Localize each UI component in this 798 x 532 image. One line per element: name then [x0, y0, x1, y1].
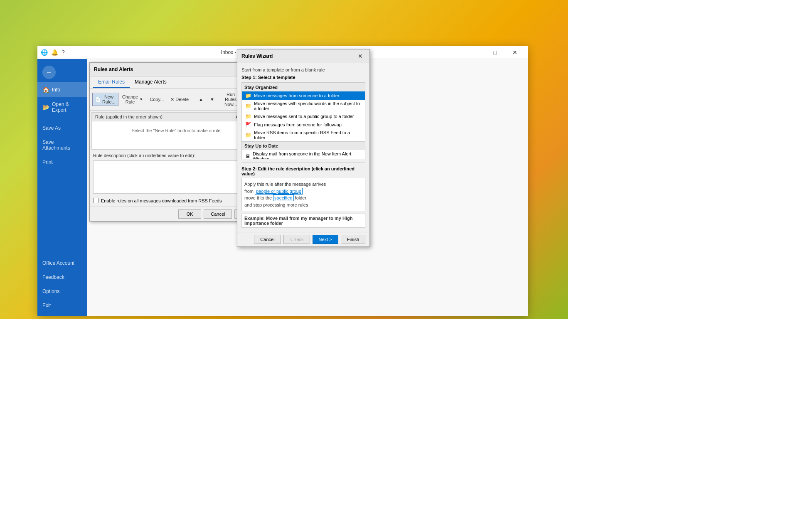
copy-label: Copy... [150, 97, 164, 102]
delete-button[interactable]: ✕ Delete [167, 95, 192, 104]
move-sent-public-label: Move messages sent to a public group to … [254, 114, 354, 119]
wizard-item-move-rss[interactable]: 📁 Move RSS items from a specific RSS Fee… [242, 129, 365, 141]
wizard-step2-title: Step 2: Edit the rule description (click… [241, 166, 365, 176]
nav-label-exit: Exit [42, 303, 51, 308]
section-stay-organized: Stay Organized [242, 83, 365, 91]
rss-label[interactable]: Enable rules on all messages downloaded … [101, 198, 222, 203]
section-stay-up-to-date: Stay Up to Date [242, 141, 365, 150]
tab-manage-alerts[interactable]: Manage Alerts [130, 76, 172, 88]
close-button[interactable]: ✕ [505, 46, 525, 59]
back-button[interactable]: ← [42, 66, 56, 79]
rules-dialog-title: Rules and Alerts [94, 66, 133, 72]
wizard-from-prefix: from [244, 189, 255, 194]
wizard-item-move-sent-public[interactable]: 📁 Move messages sent to a public group t… [242, 112, 365, 121]
cancel-button[interactable]: Cancel [204, 209, 232, 219]
title-bar-controls: — □ ✕ [466, 46, 525, 59]
wizard-finish-button[interactable]: Finish [341, 235, 365, 244]
rss-checkbox[interactable] [93, 198, 99, 203]
wizard-specified-link[interactable]: specified [273, 195, 293, 201]
wizard-item-flag-follow-up[interactable]: 🚩 Flag messages from someone for follow-… [242, 121, 365, 129]
flag-follow-up-icon: 🚩 [245, 122, 251, 128]
nav-label-office-account: Office Account [42, 260, 74, 266]
sidebar-item-save-as[interactable]: Save As [37, 121, 87, 135]
wizard-footer: Cancel < Back Next > Finish [237, 232, 369, 246]
move-rss-label: Move RSS items from a specific RSS Feed … [254, 130, 362, 140]
rules-table-header: Rule (applied in the order shown) Action… [92, 113, 261, 121]
wizard-back-button[interactable]: < Back [283, 235, 310, 244]
help-icon[interactable]: ? [62, 49, 65, 56]
rules-wizard-dialog: Rules Wizard ✕ Start from a template or … [237, 49, 370, 247]
sidebar-item-open-export[interactable]: 📂 Open & Export [37, 97, 87, 117]
bell-icon[interactable]: 🔔 [51, 49, 58, 56]
wizard-subtitle: Start from a template or from a blank ru… [241, 67, 365, 72]
ok-button[interactable]: OK [178, 209, 201, 219]
title-bar-icons: 🌐 🔔 ? [41, 49, 65, 56]
sidebar-item-office-account[interactable]: Office Account [37, 256, 87, 270]
delete-label: Delete [175, 97, 189, 102]
new-rule-icon: 📄 [95, 97, 101, 102]
wizard-item-move-from-someone[interactable]: 📁 Move messages from someone to a folder [242, 91, 365, 100]
sidebar-item-save-attachments[interactable]: Save Attachments [37, 135, 87, 155]
tab-email-rules[interactable]: Email Rules [93, 76, 130, 88]
wizard-step1-title: Step 1: Select a template [241, 75, 365, 80]
move-down-button[interactable]: ▼ [207, 95, 217, 103]
wizard-template-list: Stay Organized 📁 Move messages from some… [241, 82, 365, 159]
wizard-title: Rules Wizard [241, 53, 273, 59]
move-specific-words-label: Move messages with specific words in the… [254, 101, 362, 111]
tab-email-rules-label: Email Rules [98, 79, 125, 85]
nav-label-feedback: Feedback [42, 274, 64, 280]
globe-icon[interactable]: 🌐 [41, 49, 48, 56]
nav-label-open-export: Open & Export [52, 101, 82, 113]
tab-manage-alerts-label: Manage Alerts [135, 79, 167, 85]
display-mail-icon: 🖥 [245, 153, 250, 159]
sidebar-item-exit[interactable]: Exit [37, 298, 87, 313]
change-rule-button[interactable]: Change Rule ▼ [119, 93, 146, 106]
sidebar-item-info[interactable]: 🏠 Info [37, 82, 87, 97]
rule-desc-box[interactable] [93, 160, 260, 194]
move-sent-public-icon: 📁 [245, 113, 251, 119]
left-nav: ← 🏠 Info 📂 Open & Export Save As Save At… [37, 59, 87, 316]
copy-button[interactable]: Copy... [147, 95, 167, 103]
info-icon: 🏠 [42, 86, 49, 93]
display-mail-label: Display mail from someone in the New Ite… [253, 151, 362, 159]
delete-icon: ✕ [170, 97, 174, 102]
flag-follow-up-label: Flag messages from someone for follow-up [254, 122, 342, 127]
down-icon: ▼ [210, 97, 214, 102]
wizard-people-link[interactable]: people or public group [255, 188, 303, 195]
wizard-desc-line3: move it to the specified folder [244, 195, 362, 202]
wizard-next-button[interactable]: Next > [313, 235, 338, 244]
wizard-item-move-specific-words[interactable]: 📁 Move messages with specific words in t… [242, 100, 365, 112]
sidebar-item-options[interactable]: Options [37, 284, 87, 298]
move-specific-words-icon: 📁 [245, 103, 251, 109]
nav-divider-1 [37, 119, 87, 119]
new-rule-label: New Rule... [102, 94, 116, 104]
wizard-desc-box: Apply this rule after the message arrive… [241, 178, 365, 211]
wizard-close-button[interactable]: ✕ [355, 52, 365, 60]
move-up-button[interactable]: ▲ [196, 95, 206, 103]
nav-label-info: Info [52, 87, 60, 93]
wizard-item-display-mail[interactable]: 🖥 Display mail from someone in the New I… [242, 150, 365, 159]
wizard-example: Example: Move mail from my manager to my… [241, 214, 365, 228]
wizard-cancel-button[interactable]: Cancel [254, 235, 281, 244]
wizard-desc-line1: Apply this rule after the message arrive… [244, 181, 362, 188]
change-rule-label: Change Rule [122, 94, 138, 104]
wizard-desc-line2: from people or public group [244, 188, 362, 195]
move-rss-icon: 📁 [245, 132, 251, 138]
maximize-button[interactable]: □ [485, 46, 505, 59]
move-from-someone-icon: 📁 [245, 93, 251, 99]
wizard-move-prefix: move it to the [244, 195, 273, 200]
nav-bottom: Office Account Feedback Options Exit [37, 256, 87, 316]
nav-label-options: Options [42, 288, 59, 294]
new-rule-button[interactable]: 📄 New Rule... [92, 93, 118, 106]
open-export-icon: 📂 [42, 104, 49, 111]
title-text-left: Inbox - [221, 49, 236, 55]
sidebar-item-print[interactable]: Print [37, 155, 87, 169]
minimize-button[interactable]: — [466, 46, 485, 59]
wizard-body: Start from a template or from a blank ru… [237, 63, 369, 232]
wizard-desc-line4: and stop processing more rules [244, 202, 362, 209]
wizard-folder-suffix: folder [294, 195, 307, 200]
change-rule-arrow: ▼ [139, 97, 143, 101]
nav-label-save-as: Save As [42, 125, 61, 131]
sidebar-item-feedback[interactable]: Feedback [37, 270, 87, 284]
wizard-step2: Step 2: Edit the rule description (click… [241, 163, 365, 228]
